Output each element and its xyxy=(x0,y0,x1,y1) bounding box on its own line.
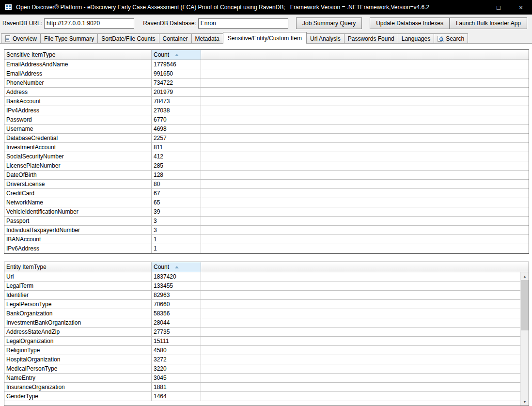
table-row[interactable]: IndividualTaxpayerIdNumber3 xyxy=(4,226,529,235)
table-row[interactable]: CreditCard67 xyxy=(4,189,529,198)
table-row[interactable]: LicensePlateNumber285 xyxy=(4,161,529,171)
tab-search[interactable]: Search xyxy=(434,33,468,44)
table-row[interactable]: HospitalOrganization3272 xyxy=(4,355,529,364)
tab-sensitive-entity-custom-item[interactable]: Sensitive/Entity/Custom Item xyxy=(223,32,307,44)
tab-strip: Overview File Type Summary SortDate/File… xyxy=(0,32,532,44)
table-row[interactable]: Address201979 xyxy=(4,88,529,97)
tab-passwords-found[interactable]: Passwords Found xyxy=(344,33,398,44)
row-filler xyxy=(201,198,529,207)
table-row[interactable]: IPv4Address27038 xyxy=(4,106,529,115)
table-row[interactable]: Username4698 xyxy=(4,125,529,134)
table-row[interactable]: LegalTerm133455 xyxy=(4,281,529,291)
table-row[interactable]: Identifier82963 xyxy=(4,291,529,300)
vertical-scrollbar[interactable]: ▲ ▼ xyxy=(520,272,529,406)
table-row[interactable]: LegalOrganization15111 xyxy=(4,337,529,346)
table-row[interactable]: MedicalPersonType3220 xyxy=(4,364,529,374)
table-row[interactable]: Url1837420 xyxy=(4,272,529,281)
row-filler xyxy=(201,115,529,124)
minimize-button[interactable]: – xyxy=(465,0,487,15)
itemtype-cell: NetworkName xyxy=(4,198,152,207)
job-summary-query-button[interactable]: Job Summary Query xyxy=(296,17,362,29)
table-row[interactable]: GenderType1464 xyxy=(4,392,529,401)
tab-container[interactable]: Container xyxy=(159,33,192,44)
row-filler xyxy=(201,125,529,133)
ravendb-url-input[interactable] xyxy=(44,18,134,29)
column-header-label: Entity ItemType xyxy=(6,264,47,270)
itemtype-cell: Passport xyxy=(4,217,152,225)
tab-file-type-summary[interactable]: File Type Summary xyxy=(40,33,98,44)
row-filler xyxy=(201,171,529,179)
row-filler xyxy=(201,226,529,234)
itemtype-cell: IPv6Address xyxy=(4,244,152,253)
sensitive-grid-header: Sensitive ItemType Count xyxy=(4,50,529,60)
table-row[interactable]: InvestmentBankOrganization28044 xyxy=(4,318,529,328)
tab-url-analysis[interactable]: Url Analysis xyxy=(306,33,344,44)
entity-grid-header: Entity ItemType Count xyxy=(4,262,529,272)
sensitive-itemtype-column-header[interactable]: Sensitive ItemType xyxy=(4,50,152,60)
table-row[interactable]: IPv6Address1 xyxy=(4,244,529,253)
launch-bulk-inserter-button[interactable]: Launch Bulk Inserter App xyxy=(450,17,527,29)
scroll-up-button[interactable]: ▲ xyxy=(521,272,529,280)
count-cell: 1 xyxy=(152,235,201,244)
row-filler xyxy=(201,152,529,161)
table-row[interactable]: NameEntry3045 xyxy=(4,374,529,383)
table-row[interactable]: DatabaseCredential2257 xyxy=(4,134,529,143)
table-row[interactable]: EmailAddress991650 xyxy=(4,69,529,78)
tab-label: Passwords Found xyxy=(348,35,394,42)
table-row[interactable]: InsuranceOrganization1881 xyxy=(4,383,529,392)
close-button[interactable]: × xyxy=(510,0,532,15)
table-row[interactable]: IBANAccount1 xyxy=(4,235,529,244)
row-filler xyxy=(201,346,529,355)
count-cell: 1837420 xyxy=(152,272,201,281)
sort-ascending-icon xyxy=(175,54,179,56)
count-cell: 82963 xyxy=(152,291,201,299)
scrollbar-track[interactable] xyxy=(521,280,529,398)
table-row[interactable]: NetworkName65 xyxy=(4,198,529,207)
tab-overview[interactable]: Overview xyxy=(1,33,41,44)
tab-label: Search xyxy=(446,35,464,42)
tab-metadata[interactable]: Metadata xyxy=(191,33,223,44)
tab-languages[interactable]: Languages xyxy=(398,33,434,44)
ravendb-database-input[interactable] xyxy=(198,18,288,29)
app-icon xyxy=(4,3,12,11)
count-cell: 4698 xyxy=(152,125,201,133)
entity-count-column-header[interactable]: Count xyxy=(152,262,201,272)
row-filler xyxy=(201,88,529,96)
table-row[interactable]: InvestmentAccount811 xyxy=(4,143,529,152)
table-row[interactable]: Password6770 xyxy=(4,115,529,125)
sensitive-count-column-header[interactable]: Count xyxy=(152,50,201,60)
column-header-label: Count xyxy=(154,264,169,270)
itemtype-cell: InsuranceOrganization xyxy=(4,383,152,391)
tab-sortdate-file-counts[interactable]: SortDate/File Counts xyxy=(97,33,159,44)
maximize-button[interactable]: □ xyxy=(487,0,510,15)
row-filler xyxy=(201,309,529,318)
table-row[interactable]: VehicleIdentificationNumber39 xyxy=(4,207,529,217)
scroll-down-button[interactable]: ▼ xyxy=(521,398,529,406)
table-row[interactable]: BankOrganization58356 xyxy=(4,309,529,318)
itemtype-cell: HospitalOrganization xyxy=(4,355,152,364)
table-row[interactable]: SocialSecurityNumber412 xyxy=(4,152,529,161)
update-database-indexes-button[interactable]: Update Database Indexes xyxy=(370,17,450,29)
table-row[interactable]: BankAccount78473 xyxy=(4,97,529,106)
row-filler xyxy=(201,281,529,290)
table-row[interactable]: PhoneNumber734722 xyxy=(4,78,529,88)
itemtype-cell: BankOrganization xyxy=(4,309,152,318)
row-filler xyxy=(201,189,529,198)
itemtype-cell: Identifier xyxy=(4,291,152,299)
table-row[interactable]: ReligionType4580 xyxy=(4,346,529,355)
scrollbar-thumb[interactable] xyxy=(521,280,529,330)
count-cell: 1 xyxy=(152,244,201,253)
tab-label: Metadata xyxy=(195,35,219,42)
row-filler xyxy=(201,143,529,152)
count-cell: 80 xyxy=(152,180,201,188)
table-row[interactable]: DateOfBirth128 xyxy=(4,171,529,180)
row-filler xyxy=(201,374,529,382)
entity-itemtype-grid: Entity ItemType Count Url1837420LegalTer… xyxy=(4,262,529,406)
entity-itemtype-column-header[interactable]: Entity ItemType xyxy=(4,262,152,272)
count-cell: 39 xyxy=(152,207,201,216)
table-row[interactable]: Passport3 xyxy=(4,217,529,226)
table-row[interactable]: EmailAddressAndName1779546 xyxy=(4,60,529,69)
table-row[interactable]: DriversLicense80 xyxy=(4,180,529,189)
table-row[interactable]: LegalPersonType70660 xyxy=(4,300,529,309)
table-row[interactable]: AddressStateAndZip27735 xyxy=(4,328,529,337)
